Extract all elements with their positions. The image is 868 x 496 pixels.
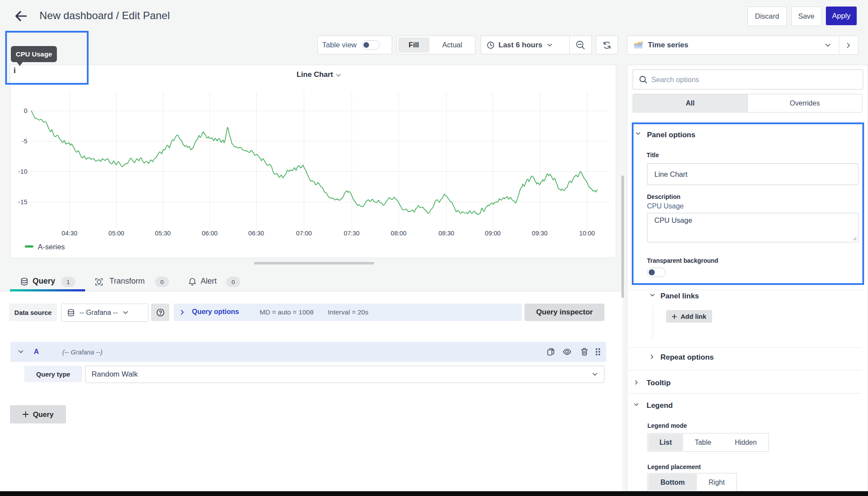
svg-text:A-series: A-series — [38, 243, 65, 251]
svg-text:05:30: 05:30 — [155, 230, 171, 237]
svg-text:05:00: 05:00 — [109, 230, 124, 237]
svg-text:06:00: 06:00 — [202, 230, 218, 237]
svg-text:07:30: 07:30 — [344, 230, 360, 237]
svg-text:09:00: 09:00 — [485, 230, 501, 237]
svg-text:07:00: 07:00 — [296, 230, 312, 237]
svg-text:10:00: 10:00 — [579, 230, 595, 237]
svg-text:-5: -5 — [22, 138, 27, 145]
svg-text:-10: -10 — [18, 168, 27, 175]
svg-text:0: 0 — [24, 107, 27, 114]
svg-text:09:30: 09:30 — [532, 230, 548, 237]
svg-text:08:00: 08:00 — [391, 230, 406, 237]
svg-text:08:30: 08:30 — [439, 230, 454, 237]
svg-text:06:30: 06:30 — [248, 230, 264, 237]
svg-text:-15: -15 — [18, 198, 27, 205]
svg-text:04:30: 04:30 — [62, 230, 77, 237]
